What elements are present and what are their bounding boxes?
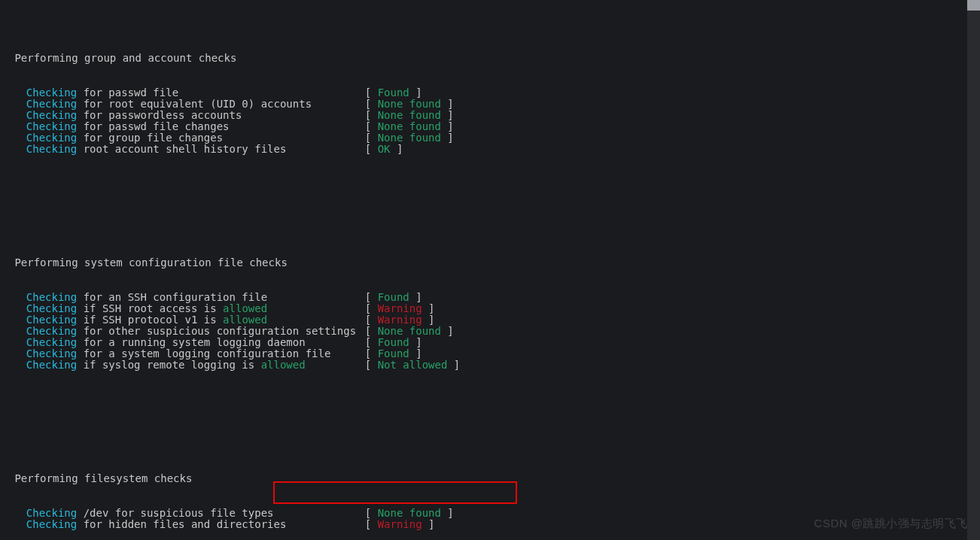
status-bracket-open: [ [365,359,378,371]
scrollbar-thumb[interactable] [967,0,980,11]
check-description: for passwd file changes [77,120,229,132]
check-description: if SSH root access is [77,302,223,314]
check-list: Checking for an SSH configuration file[ … [14,292,977,372]
check-description: for hidden files and directories [77,518,286,530]
checking-keyword: Checking [26,86,77,99]
check-list: Checking for passwd file[ Found ]Checkin… [14,87,977,156]
status-text: None found [378,98,441,110]
status-bracket-open: [ [365,347,378,359]
check-row: Checking root account shell history file… [14,144,977,155]
check-description: if syslog remote logging is [77,359,260,371]
checking-keyword: Checking [26,325,77,337]
status-text: Warning [378,314,422,326]
checking-keyword: Checking [26,120,77,132]
status-bracket-close: ] [422,518,435,530]
section-title: Performing filesystem checks [14,473,977,484]
checking-keyword: Checking [26,518,77,530]
check-row: Checking for a system logging configurat… [14,348,977,359]
check-description-extra: allowed [223,314,267,326]
check-description: for other suspicious configuration setti… [77,325,356,337]
check-description: if SSH protocol v1 is [77,314,223,326]
status-bracket-open: [ [365,507,378,519]
check-row: Checking if SSH protocol v1 is allowed[ … [14,314,977,326]
check-row: Checking for other suspicious configurat… [14,326,977,337]
status-bracket-open: [ [365,302,378,314]
status-bracket-close: ] [441,132,454,144]
check-description: for group file changes [77,132,223,144]
status-bracket-close: ] [409,86,422,99]
watermark-text: CSDN @跳跳小强与志明飞飞 [814,517,968,531]
check-description: for passwd file [77,86,178,99]
status-text: None found [378,325,441,337]
status-bracket-close: ] [409,291,422,303]
status-text: None found [378,109,441,121]
status-bracket-close: ] [447,359,460,371]
status-bracket-close: ] [441,507,454,519]
status-bracket-open: [ [365,132,378,144]
status-bracket-open: [ [365,325,378,337]
status-bracket-open: [ [365,518,378,530]
check-description: for a system logging configuration file [77,347,330,359]
status-bracket-open: [ [365,291,378,303]
check-row: Checking for an SSH configuration file[ … [14,292,977,303]
checking-keyword: Checking [26,314,77,326]
status-text: Found [378,336,409,348]
check-row: Checking for passwd file[ Found ] [14,87,977,99]
status-bracket-close: ] [441,120,454,132]
check-description: for root equivalent (UID 0) accounts [77,98,312,110]
status-bracket-open: [ [365,143,378,155]
checking-keyword: Checking [26,109,77,121]
check-description: for an SSH configuration file [77,291,267,303]
check-row: Checking for passwd file changes[ None f… [14,121,977,132]
status-bracket-open: [ [365,314,378,326]
section-title: Performing group and account checks [14,53,977,64]
checking-keyword: Checking [26,336,77,348]
check-row: Checking if syslog remote logging is all… [14,359,977,371]
status-bracket-open: [ [365,98,378,110]
checking-keyword: Checking [26,143,77,155]
status-bracket-open: [ [365,109,378,121]
status-text: None found [378,507,441,519]
status-bracket-close: ] [441,325,454,337]
check-description: for a running system logging daemon [77,336,305,348]
checking-keyword: Checking [26,291,77,303]
status-bracket-close: ] [409,347,422,359]
status-text: Found [378,347,409,359]
checking-keyword: Checking [26,507,77,519]
status-bracket-close: ] [422,314,435,326]
check-description-extra: allowed [261,359,306,371]
check-description-extra: allowed [223,302,267,314]
blank-line [3,417,977,428]
section-sysconf: Performing system configuration file che… [3,235,977,394]
status-text: None found [378,120,441,132]
checking-keyword: Checking [26,359,77,371]
status-text: OK [378,143,391,155]
check-description: root account shell history files [77,143,286,155]
checking-keyword: Checking [26,347,77,359]
status-bracket-open: [ [365,336,378,348]
status-text: Warning [378,518,422,530]
check-description: for passwordless accounts [77,109,242,121]
status-bracket-close: ] [391,143,403,155]
check-row: Checking for root equivalent (UID 0) acc… [14,99,977,110]
status-text: Not allowed [378,359,448,371]
status-bracket-open: [ [365,120,378,132]
status-text: Warning [378,302,422,314]
status-text: Found [378,291,409,303]
section-title: Performing system configuration file che… [14,257,977,268]
checking-keyword: Checking [26,302,77,314]
check-row: Checking if SSH root access is allowed[ … [14,303,977,314]
status-bracket-close: ] [422,302,435,314]
status-text: Found [378,86,409,99]
blank-line [3,201,977,212]
status-bracket-close: ] [441,98,454,110]
section-group-account: Performing group and account checks Chec… [3,30,977,177]
status-bracket-close: ] [409,336,422,348]
checking-keyword: Checking [26,98,77,110]
status-text: None found [378,132,441,144]
scrollbar-track[interactable] [967,0,980,540]
terminal-output[interactable]: Performing group and account checks Chec… [0,0,980,540]
checking-keyword: Checking [26,132,77,144]
check-description: /dev for suspicious file types [77,507,273,519]
status-bracket-close: ] [441,109,454,121]
